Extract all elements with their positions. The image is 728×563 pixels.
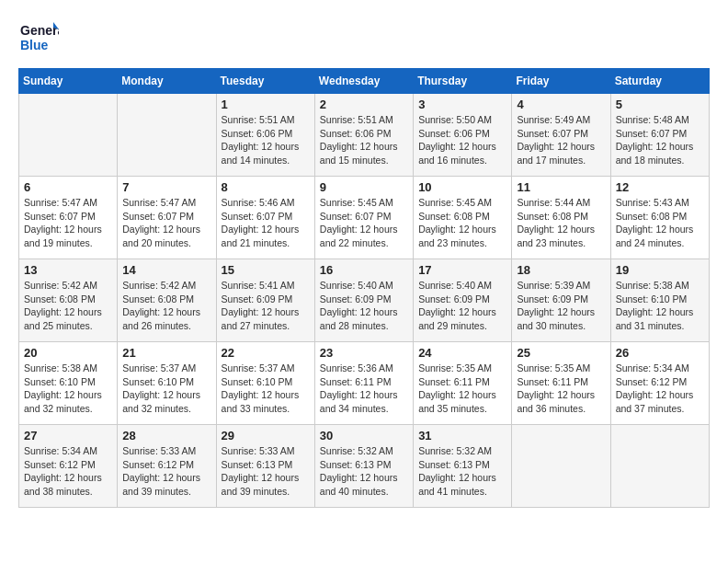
calendar-week-row: 13Sunrise: 5:42 AM Sunset: 6:08 PM Dayli… xyxy=(19,259,710,342)
day-info: Sunrise: 5:45 AM Sunset: 6:07 PM Dayligh… xyxy=(320,196,408,250)
day-number: 2 xyxy=(320,98,408,111)
day-info: Sunrise: 5:33 AM Sunset: 6:13 PM Dayligh… xyxy=(222,444,310,499)
day-number: 22 xyxy=(222,346,310,360)
day-number: 27 xyxy=(24,429,112,442)
day-info: Sunrise: 5:49 AM Sunset: 6:07 PM Dayligh… xyxy=(517,113,605,167)
calendar-cell: 27Sunrise: 5:34 AM Sunset: 6:12 PM Dayli… xyxy=(19,425,118,508)
day-info: Sunrise: 5:35 AM Sunset: 6:11 PM Dayligh… xyxy=(517,362,605,416)
calendar-cell: 18Sunrise: 5:39 AM Sunset: 6:09 PM Dayli… xyxy=(512,259,610,342)
day-info: Sunrise: 5:46 AM Sunset: 6:07 PM Dayligh… xyxy=(222,196,310,250)
day-number: 13 xyxy=(24,263,112,277)
day-info: Sunrise: 5:47 AM Sunset: 6:07 PM Dayligh… xyxy=(24,196,112,250)
day-info: Sunrise: 5:34 AM Sunset: 6:12 PM Dayligh… xyxy=(24,444,112,499)
day-number: 12 xyxy=(616,180,704,194)
calendar-cell: 30Sunrise: 5:32 AM Sunset: 6:13 PM Dayli… xyxy=(314,425,413,508)
day-number: 7 xyxy=(122,180,210,194)
calendar-cell: 25Sunrise: 5:35 AM Sunset: 6:11 PM Dayli… xyxy=(512,342,610,425)
calendar-cell: 1Sunrise: 5:51 AM Sunset: 6:06 PM Daylig… xyxy=(216,94,314,177)
day-info: Sunrise: 5:44 AM Sunset: 6:08 PM Dayligh… xyxy=(517,196,605,250)
calendar-cell: 2Sunrise: 5:51 AM Sunset: 6:06 PM Daylig… xyxy=(314,94,413,177)
day-info: Sunrise: 5:38 AM Sunset: 6:10 PM Dayligh… xyxy=(24,362,112,416)
day-info: Sunrise: 5:38 AM Sunset: 6:10 PM Dayligh… xyxy=(616,279,704,333)
day-info: Sunrise: 5:37 AM Sunset: 6:10 PM Dayligh… xyxy=(122,362,210,416)
calendar-cell: 6Sunrise: 5:47 AM Sunset: 6:07 PM Daylig… xyxy=(19,177,118,259)
svg-text:General: General xyxy=(20,23,59,38)
calendar-cell: 4Sunrise: 5:49 AM Sunset: 6:07 PM Daylig… xyxy=(512,94,610,177)
calendar-cell: 29Sunrise: 5:33 AM Sunset: 6:13 PM Dayli… xyxy=(216,425,314,508)
day-info: Sunrise: 5:33 AM Sunset: 6:12 PM Dayligh… xyxy=(122,444,210,499)
calendar-cell: 13Sunrise: 5:42 AM Sunset: 6:08 PM Dayli… xyxy=(19,259,118,342)
day-number: 31 xyxy=(418,429,506,442)
calendar-cell: 8Sunrise: 5:46 AM Sunset: 6:07 PM Daylig… xyxy=(216,177,314,259)
calendar-week-row: 6Sunrise: 5:47 AM Sunset: 6:07 PM Daylig… xyxy=(19,177,710,259)
day-info: Sunrise: 5:36 AM Sunset: 6:11 PM Dayligh… xyxy=(320,362,408,416)
calendar-cell: 9Sunrise: 5:45 AM Sunset: 6:07 PM Daylig… xyxy=(314,177,413,259)
day-number: 25 xyxy=(517,346,605,360)
day-info: Sunrise: 5:42 AM Sunset: 6:08 PM Dayligh… xyxy=(122,279,210,333)
weekday-header-wednesday: Wednesday xyxy=(314,69,413,94)
day-info: Sunrise: 5:48 AM Sunset: 6:07 PM Dayligh… xyxy=(616,113,704,167)
calendar-cell: 11Sunrise: 5:44 AM Sunset: 6:08 PM Dayli… xyxy=(512,177,610,259)
calendar-cell xyxy=(512,425,610,508)
day-number: 4 xyxy=(517,98,605,111)
day-info: Sunrise: 5:43 AM Sunset: 6:08 PM Dayligh… xyxy=(616,196,704,250)
day-info: Sunrise: 5:50 AM Sunset: 6:06 PM Dayligh… xyxy=(418,113,506,167)
calendar-cell: 26Sunrise: 5:34 AM Sunset: 6:12 PM Dayli… xyxy=(610,342,709,425)
day-info: Sunrise: 5:35 AM Sunset: 6:11 PM Dayligh… xyxy=(418,362,506,416)
day-number: 5 xyxy=(616,98,704,111)
day-number: 10 xyxy=(418,180,506,194)
day-number: 23 xyxy=(320,346,408,360)
calendar-cell: 21Sunrise: 5:37 AM Sunset: 6:10 PM Dayli… xyxy=(118,342,216,425)
calendar-cell: 19Sunrise: 5:38 AM Sunset: 6:10 PM Dayli… xyxy=(610,259,709,342)
weekday-header-thursday: Thursday xyxy=(414,69,512,94)
calendar-table: SundayMondayTuesdayWednesdayThursdayFrid… xyxy=(18,68,710,508)
calendar-cell: 12Sunrise: 5:43 AM Sunset: 6:08 PM Dayli… xyxy=(610,177,709,259)
calendar-cell: 10Sunrise: 5:45 AM Sunset: 6:08 PM Dayli… xyxy=(414,177,512,259)
calendar-cell: 14Sunrise: 5:42 AM Sunset: 6:08 PM Dayli… xyxy=(118,259,216,342)
calendar-cell xyxy=(19,94,118,177)
calendar-cell: 7Sunrise: 5:47 AM Sunset: 6:07 PM Daylig… xyxy=(118,177,216,259)
day-number: 30 xyxy=(320,429,408,442)
day-info: Sunrise: 5:51 AM Sunset: 6:06 PM Dayligh… xyxy=(320,113,408,167)
svg-text:Blue: Blue xyxy=(20,38,49,52)
day-info: Sunrise: 5:42 AM Sunset: 6:08 PM Dayligh… xyxy=(24,279,112,333)
calendar-cell: 16Sunrise: 5:40 AM Sunset: 6:09 PM Dayli… xyxy=(314,259,413,342)
weekday-header-row: SundayMondayTuesdayWednesdayThursdayFrid… xyxy=(19,69,710,94)
weekday-header-tuesday: Tuesday xyxy=(216,69,314,94)
day-info: Sunrise: 5:40 AM Sunset: 6:09 PM Dayligh… xyxy=(320,279,408,333)
calendar-cell xyxy=(610,425,709,508)
day-info: Sunrise: 5:32 AM Sunset: 6:13 PM Dayligh… xyxy=(320,444,408,499)
calendar-week-row: 27Sunrise: 5:34 AM Sunset: 6:12 PM Dayli… xyxy=(19,425,710,508)
day-number: 1 xyxy=(222,98,310,111)
day-number: 28 xyxy=(122,429,210,442)
day-info: Sunrise: 5:51 AM Sunset: 6:06 PM Dayligh… xyxy=(222,113,310,167)
day-number: 8 xyxy=(222,180,310,194)
weekday-header-friday: Friday xyxy=(512,69,610,94)
day-number: 17 xyxy=(418,263,506,277)
day-number: 6 xyxy=(24,180,112,194)
day-info: Sunrise: 5:37 AM Sunset: 6:10 PM Dayligh… xyxy=(222,362,310,416)
calendar-cell: 20Sunrise: 5:38 AM Sunset: 6:10 PM Dayli… xyxy=(19,342,118,425)
calendar-cell: 5Sunrise: 5:48 AM Sunset: 6:07 PM Daylig… xyxy=(610,94,709,177)
day-number: 24 xyxy=(418,346,506,360)
calendar-cell xyxy=(118,94,216,177)
day-number: 9 xyxy=(320,180,408,194)
day-info: Sunrise: 5:34 AM Sunset: 6:12 PM Dayligh… xyxy=(616,362,704,416)
calendar-cell: 15Sunrise: 5:41 AM Sunset: 6:09 PM Dayli… xyxy=(216,259,314,342)
day-info: Sunrise: 5:40 AM Sunset: 6:09 PM Dayligh… xyxy=(418,279,506,333)
day-number: 19 xyxy=(616,263,704,277)
day-number: 14 xyxy=(122,263,210,277)
day-info: Sunrise: 5:32 AM Sunset: 6:13 PM Dayligh… xyxy=(418,444,506,499)
weekday-header-saturday: Saturday xyxy=(610,69,709,94)
logo-svg: General Blue xyxy=(18,18,59,59)
day-info: Sunrise: 5:47 AM Sunset: 6:07 PM Dayligh… xyxy=(122,196,210,250)
day-info: Sunrise: 5:39 AM Sunset: 6:09 PM Dayligh… xyxy=(517,279,605,333)
calendar-cell: 31Sunrise: 5:32 AM Sunset: 6:13 PM Dayli… xyxy=(414,425,512,508)
page-header: General Blue xyxy=(18,18,710,59)
day-number: 26 xyxy=(616,346,704,360)
day-number: 16 xyxy=(320,263,408,277)
calendar-cell: 17Sunrise: 5:40 AM Sunset: 6:09 PM Dayli… xyxy=(414,259,512,342)
calendar-cell: 23Sunrise: 5:36 AM Sunset: 6:11 PM Dayli… xyxy=(314,342,413,425)
day-info: Sunrise: 5:45 AM Sunset: 6:08 PM Dayligh… xyxy=(418,196,506,250)
calendar-cell: 3Sunrise: 5:50 AM Sunset: 6:06 PM Daylig… xyxy=(414,94,512,177)
